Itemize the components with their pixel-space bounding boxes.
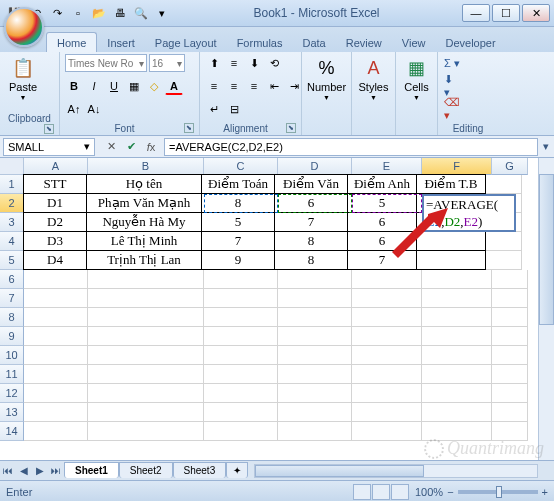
- sheet-tab-3[interactable]: Sheet3: [173, 462, 227, 478]
- cell-a14[interactable]: [24, 422, 88, 441]
- cell-a12[interactable]: [24, 384, 88, 403]
- cell-e14[interactable]: [352, 422, 422, 441]
- scrollbar-thumb[interactable]: [255, 465, 424, 477]
- name-box[interactable]: SMALL ▾: [3, 138, 95, 156]
- zoom-slider[interactable]: [458, 490, 538, 494]
- accept-formula-button[interactable]: ✔: [122, 138, 140, 156]
- row-header-7[interactable]: 7: [0, 289, 24, 308]
- cell-a13[interactable]: [24, 403, 88, 422]
- cell-b13[interactable]: [88, 403, 204, 422]
- page-layout-view-button[interactable]: [372, 484, 390, 500]
- normal-view-button[interactable]: [353, 484, 371, 500]
- cell-a4[interactable]: D3: [23, 231, 87, 251]
- redo-icon[interactable]: ↷: [48, 4, 66, 22]
- row-header-8[interactable]: 8: [0, 308, 24, 327]
- orientation-button[interactable]: ⟲: [265, 54, 283, 72]
- cell-b6[interactable]: [88, 270, 204, 289]
- cell-e7[interactable]: [352, 289, 422, 308]
- align-middle-button[interactable]: ≡: [225, 54, 243, 72]
- fill-button[interactable]: ⬇ ▾: [443, 77, 461, 95]
- cell-a2[interactable]: D1: [23, 193, 87, 213]
- alignment-dialog-icon[interactable]: ⬊: [286, 123, 296, 133]
- cell-e1[interactable]: Điểm Anh: [347, 174, 417, 194]
- cell-b14[interactable]: [88, 422, 204, 441]
- col-header-b[interactable]: B: [88, 158, 204, 175]
- formula-input[interactable]: =AVERAGE(C2,D2,E2): [164, 138, 538, 156]
- cell-g12[interactable]: [492, 384, 528, 403]
- fx-button[interactable]: fx: [142, 138, 160, 156]
- cell-c7[interactable]: [204, 289, 278, 308]
- cell-g7[interactable]: [492, 289, 528, 308]
- sheet-nav-next-icon[interactable]: ▶: [32, 463, 48, 479]
- sheet-nav-first-icon[interactable]: ⏮: [0, 463, 16, 479]
- sheet-tab-1[interactable]: Sheet1: [64, 462, 119, 478]
- cell-d10[interactable]: [278, 346, 352, 365]
- cell-a3[interactable]: D2: [23, 212, 87, 232]
- cell-g10[interactable]: [492, 346, 528, 365]
- close-button[interactable]: ✕: [522, 4, 550, 22]
- cell-e12[interactable]: [352, 384, 422, 403]
- cell-a1[interactable]: STT: [23, 174, 87, 194]
- cell-c8[interactable]: [204, 308, 278, 327]
- cell-b4[interactable]: Lê Thị Minh: [86, 231, 202, 251]
- cell-a8[interactable]: [24, 308, 88, 327]
- cell-f8[interactable]: [422, 308, 492, 327]
- cell-c4[interactable]: 7: [201, 231, 275, 251]
- indent-inc-button[interactable]: ⇥: [285, 77, 303, 95]
- cell-e9[interactable]: [352, 327, 422, 346]
- cell-e6[interactable]: [352, 270, 422, 289]
- font-size-select[interactable]: 16▾: [149, 54, 185, 72]
- row-header-5[interactable]: 5: [0, 251, 24, 270]
- cell-f10[interactable]: [422, 346, 492, 365]
- cell-d7[interactable]: [278, 289, 352, 308]
- fill-color-button[interactable]: ◇: [145, 77, 163, 95]
- tab-review[interactable]: Review: [336, 33, 392, 52]
- cell-f1[interactable]: Điểm T.B: [416, 174, 486, 194]
- cell-b12[interactable]: [88, 384, 204, 403]
- cell-g8[interactable]: [492, 308, 528, 327]
- cell-c12[interactable]: [204, 384, 278, 403]
- cell-c11[interactable]: [204, 365, 278, 384]
- cell-b7[interactable]: [88, 289, 204, 308]
- worksheet-grid[interactable]: A B C D E F G 1 2 3 4 5 6 7 8 9 10 11 12…: [0, 158, 554, 460]
- cell-a9[interactable]: [24, 327, 88, 346]
- expand-formula-icon[interactable]: ▾: [538, 140, 554, 153]
- zoom-slider-thumb[interactable]: [496, 486, 502, 498]
- vertical-scrollbar[interactable]: [538, 158, 554, 460]
- cell-f12[interactable]: [422, 384, 492, 403]
- cell-g6[interactable]: [492, 270, 528, 289]
- cell-b9[interactable]: [88, 327, 204, 346]
- cell-a5[interactable]: D4: [23, 250, 87, 270]
- tab-developer[interactable]: Developer: [435, 33, 505, 52]
- cell-a6[interactable]: [24, 270, 88, 289]
- cell-a7[interactable]: [24, 289, 88, 308]
- shrink-font-button[interactable]: A↓: [85, 100, 103, 118]
- cell-b2[interactable]: Phạm Văn Mạnh: [86, 193, 202, 213]
- col-header-f[interactable]: F: [422, 158, 492, 175]
- row-header-13[interactable]: 13: [0, 403, 24, 422]
- row-header-11[interactable]: 11: [0, 365, 24, 384]
- row-header-10[interactable]: 10: [0, 346, 24, 365]
- align-center-button[interactable]: ≡: [225, 77, 243, 95]
- scrollbar-thumb[interactable]: [539, 174, 554, 325]
- cell-d5[interactable]: 8: [274, 250, 348, 270]
- open-icon[interactable]: 📂: [90, 4, 108, 22]
- office-button[interactable]: [4, 7, 44, 47]
- clipboard-dialog-icon[interactable]: ⬊: [44, 124, 54, 134]
- cell-c10[interactable]: [204, 346, 278, 365]
- col-header-g[interactable]: G: [492, 158, 528, 175]
- align-top-button[interactable]: ⬆: [205, 54, 223, 72]
- row-header-1[interactable]: 1: [0, 175, 24, 194]
- cell-d1[interactable]: Điểm Văn: [274, 174, 348, 194]
- border-button[interactable]: ▦: [125, 77, 143, 95]
- tab-home[interactable]: Home: [46, 32, 97, 52]
- cell-c5[interactable]: 9: [201, 250, 275, 270]
- tab-page-layout[interactable]: Page Layout: [145, 33, 227, 52]
- new-icon[interactable]: ▫: [69, 4, 87, 22]
- cell-e10[interactable]: [352, 346, 422, 365]
- sheet-tab-2[interactable]: Sheet2: [119, 462, 173, 478]
- wrap-text-button[interactable]: ↵: [205, 100, 223, 118]
- italic-button[interactable]: I: [85, 77, 103, 95]
- styles-button[interactable]: A Styles ▼: [357, 54, 390, 103]
- cell-d4[interactable]: 8: [274, 231, 348, 251]
